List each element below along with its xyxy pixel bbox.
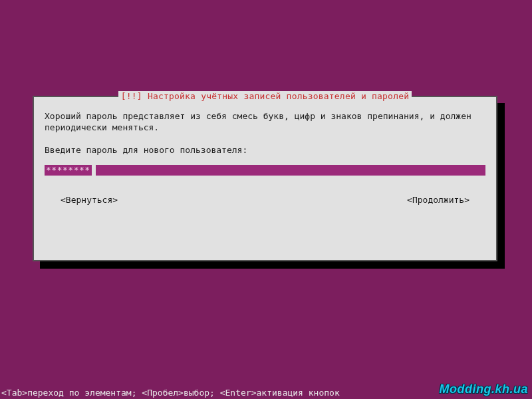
dialog-content: Хороший пароль представляет из себя смес… [34, 97, 496, 205]
dialog-button-row: <Вернуться> <Продолжить> [45, 194, 485, 205]
title-prefix: [!!] [121, 91, 142, 101]
password-guidance-text: Хороший пароль представляет из себя смес… [45, 110, 485, 133]
password-input[interactable]: ******** [45, 165, 92, 176]
title-text: Настройка учётных записей пользователей … [148, 91, 409, 101]
dialog-title-bar: [!!] Настройка учётных записей пользоват… [34, 91, 496, 101]
watermark: Modding.kh.ua [440, 382, 528, 396]
dialog-title: [!!] Настройка учётных записей пользоват… [118, 91, 412, 101]
password-prompt: Введите пароль для нового пользователя: [45, 144, 485, 156]
password-input-row[interactable]: ******** [45, 165, 485, 176]
back-button[interactable]: <Вернуться> [61, 194, 118, 205]
continue-button[interactable]: <Продолжить> [407, 194, 469, 205]
password-input-track[interactable] [96, 165, 485, 176]
installer-dialog: [!!] Настройка учётных записей пользоват… [33, 96, 497, 261]
footer-help-text: <Tab>переход по элементам; <Пробел>выбор… [0, 388, 341, 398]
